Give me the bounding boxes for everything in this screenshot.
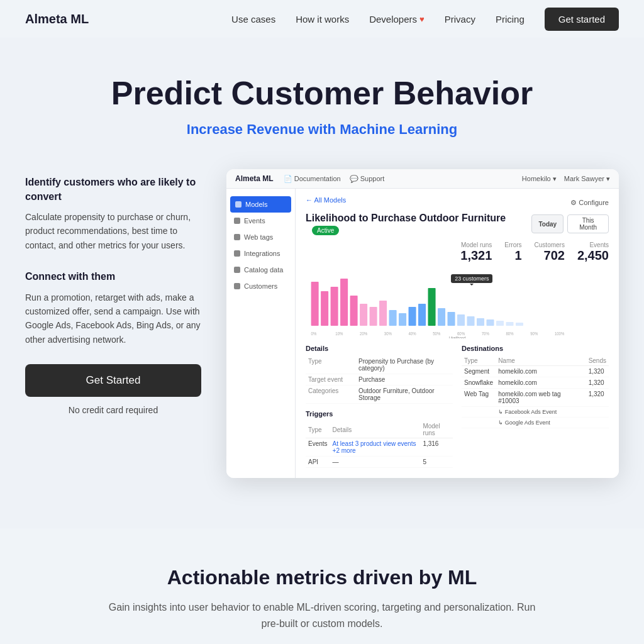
detail-key-type: Type [306, 356, 356, 374]
hero-title: Predict Customer Behavior [25, 75, 619, 111]
events-icon [234, 218, 240, 224]
customers-label: Customers [535, 242, 565, 248]
svg-rect-10 [409, 307, 416, 326]
feature-heading-2: Connect with them [25, 270, 201, 284]
dashboard-nav-links: 📄 Documentation 💬 Support [284, 175, 385, 183]
nav-developers[interactable]: Developers ♥ [369, 14, 425, 25]
destinations-title: Destinations [462, 345, 609, 352]
nav-privacy[interactable]: Privacy [445, 14, 475, 25]
today-button[interactable]: Today [531, 214, 564, 233]
table-header-row: Type Details Model runs [306, 421, 453, 438]
svg-rect-5 [360, 304, 367, 326]
trigger-type-2: API [306, 457, 330, 468]
nav-get-started-button[interactable]: Get started [545, 8, 619, 31]
svg-text:100%: 100% [555, 331, 565, 336]
configure-button[interactable]: ⚙ Configure [570, 199, 609, 207]
developers-label: Developers [369, 14, 417, 25]
dashboard-mockup: Almeta ML 📄 Documentation 💬 Support Home… [226, 169, 619, 478]
dashboard-main: ← All Models ⚙ Configure Likelihood to P… [296, 189, 619, 478]
sidebar-item-web-tags[interactable]: Web tags [226, 229, 295, 245]
nav-use-cases[interactable]: Use cases [231, 14, 275, 25]
table-row: Target event Purchase [306, 374, 453, 386]
table-header-row: Type Name Sends [462, 356, 609, 366]
active-badge: Active [312, 226, 339, 235]
dashboard-sidebar: Models Events Web tags Integrations [226, 189, 296, 478]
sidebar-item-customers[interactable]: Customers [226, 278, 295, 294]
dest-sends-4 [586, 407, 609, 418]
dashboard-topbar: Almeta ML 📄 Documentation 💬 Support Home… [226, 169, 619, 189]
hero-get-started-button[interactable]: Get Started [25, 364, 201, 397]
dest-col-sends: Sends [586, 356, 609, 366]
metrics-title: Actionable metrics driven by ML [25, 566, 619, 589]
trigger-details-1: At least 3 product view events +2 more [330, 438, 421, 457]
sidebar-item-models[interactable]: Models [230, 196, 291, 213]
nav-logo: Almeta ML [25, 12, 89, 26]
table-row: ↳ Google Ads Event [462, 418, 609, 428]
svg-rect-14 [448, 312, 455, 326]
chart-tooltip: 23 customers [451, 274, 492, 283]
triggers-section: Triggers Type Details Model runs [306, 410, 453, 468]
detail-val-type: Propensity to Purchase (by category) [356, 356, 453, 374]
customers-stat: Customers 702 [535, 242, 565, 263]
svg-rect-7 [379, 301, 387, 326]
dashboard-user-area: Homekilo ▾ Mark Sawyer ▾ [522, 175, 610, 183]
hero-section: Predict Customer Behavior Increase Reven… [0, 38, 644, 528]
dest-type-5 [462, 418, 496, 428]
nav-pricing[interactable]: Pricing [496, 14, 525, 25]
trigger-details-2: — [330, 457, 421, 468]
dest-type-3: Web Tag [462, 389, 496, 407]
dest-name-4: ↳ Facebook Ads Event [496, 407, 586, 418]
page-header: Likelihood to Purchase Outdoor Furniture… [306, 213, 609, 235]
dest-col-type: Type [462, 356, 496, 366]
hero-left-copy: Identify customers who are likely to con… [25, 169, 201, 435]
sidebar-item-catalog[interactable]: Catalog data [226, 262, 295, 278]
table-row: Type Propensity to Purchase (by category… [306, 356, 453, 374]
hero-subtitle: Increase Revenue with Machine Learning [25, 121, 619, 138]
nav-how-it-works[interactable]: How it works [296, 14, 349, 25]
svg-rect-12 [428, 288, 436, 326]
dest-name-5: ↳ Google Ads Event [496, 418, 586, 428]
svg-rect-11 [418, 304, 426, 326]
heart-icon: ♥ [419, 14, 425, 24]
table-row: Snowflake homekilo.com 1,320 [462, 377, 609, 389]
triggers-table: Type Details Model runs Events [306, 421, 453, 468]
detail-key-cats: Categories [306, 386, 356, 404]
table-row: Segment homekilo.com 1,320 [462, 366, 609, 377]
events-value: 2,450 [577, 248, 609, 263]
triggers-col-runs: Model runs [420, 421, 453, 438]
svg-text:30%: 30% [384, 331, 392, 336]
date-buttons: Today This Month [531, 214, 609, 233]
customers-value: 702 [535, 248, 565, 263]
this-month-button[interactable]: This Month [567, 214, 609, 233]
svg-rect-16 [467, 316, 474, 326]
sidebar-item-events[interactable]: Events [226, 213, 295, 229]
homekilo-selector: Homekilo ▾ [522, 175, 557, 183]
dashboard-body: Models Events Web tags Integrations [226, 189, 619, 478]
breadcrumb[interactable]: ← All Models [306, 196, 346, 204]
svg-rect-13 [438, 308, 445, 326]
svg-rect-18 [486, 319, 494, 326]
dest-type-2: Snowflake [462, 377, 496, 389]
svg-rect-17 [477, 318, 484, 326]
table-row: Categories Outdoor Furniture, Outdoor St… [306, 386, 453, 404]
table-row: API — 5 [306, 457, 453, 468]
chart-area: 23 customers [306, 269, 609, 338]
svg-text:80%: 80% [506, 331, 513, 336]
events-label: Events [577, 242, 609, 248]
feature-para-2: Run a promotion, retarget with ads, make… [25, 291, 201, 347]
svg-rect-6 [370, 307, 377, 326]
dest-sends-2: 1,320 [586, 377, 609, 389]
triggers-col-type: Type [306, 421, 330, 438]
svg-rect-3 [340, 279, 348, 326]
destinations-table: Type Name Sends Segment homekilo.com [462, 356, 609, 428]
model-runs-label: Model runs [460, 242, 492, 248]
sidebar-item-integrations[interactable]: Integrations [226, 245, 295, 262]
svg-rect-20 [506, 322, 513, 326]
details-table: Type Propensity to Purchase (by category… [306, 356, 453, 404]
svg-text:0%: 0% [311, 331, 317, 336]
page-title: Likelihood to Purchase Outdoor Furniture [306, 213, 506, 223]
detail-val-target: Purchase [356, 374, 453, 386]
svg-rect-2 [331, 287, 338, 326]
feature-heading-1: Identify customers who are likely to con… [25, 175, 201, 204]
detail-key-target: Target event [306, 374, 356, 386]
